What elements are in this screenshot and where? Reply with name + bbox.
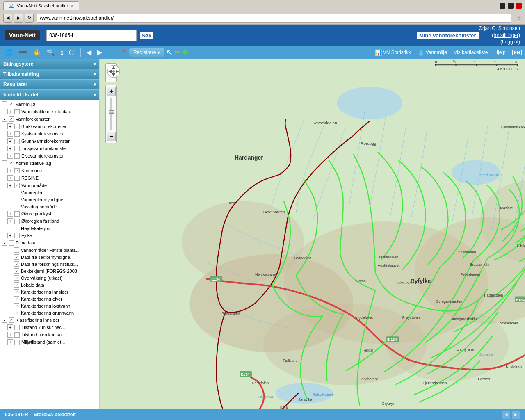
tree-checkbox[interactable] [14,226,19,231]
tree-checkbox[interactable] [14,325,20,330]
clear-search-button[interactable]: Avgrens søk [156,32,183,38]
tree-checkbox[interactable] [14,176,20,181]
tree-checkbox[interactable] [14,303,19,308]
tree-toggle[interactable]: + [7,332,13,338]
tree-toggle[interactable]: - [2,160,7,166]
tree-toggle[interactable]: - [2,317,7,323]
registrere-button[interactable]: Registrere ▾ [129,48,164,57]
tree-item[interactable]: Data fra sektormyndighe... [0,253,99,260]
tree-checkbox[interactable] [14,197,19,202]
tree-item[interactable]: Bekkekjemi (FOREGS 2008... [0,267,99,274]
tree-item[interactable]: +Miljøtilstand (samlet... [0,338,99,346]
tree-item[interactable]: +Tilstand uten kun su... [0,331,99,338]
tree-checkbox[interactable] [14,261,19,267]
tree-item[interactable]: Karakterisering elver [0,295,99,302]
address-bar[interactable] [37,14,511,23]
info-icon[interactable]: ℹ [59,48,65,57]
scroll-left-button[interactable]: ◄ [502,411,510,419]
globe-icon[interactable]: 🌐 [3,48,15,57]
user-settings-link[interactable]: (Innstillinger) [479,32,520,39]
tree-toggle[interactable]: + [7,153,13,159]
sidebar-header-innhold[interactable]: Innhold i kartet ▾ [0,90,99,100]
tree-item[interactable]: +Vannområde [0,182,99,189]
tree-item[interactable]: -Temadata [0,239,99,247]
tree-checkbox[interactable] [14,211,20,217]
tree-checkbox[interactable] [14,131,20,137]
layer-icon[interactable]: ⬡ [67,48,76,57]
tree-item[interactable]: Karakterisering kystvann [0,302,99,309]
tree-checkbox[interactable] [14,254,19,260]
tab-close-button[interactable]: ✕ [71,4,74,8]
tree-checkbox[interactable] [9,240,14,246]
tree-toggle[interactable]: + [7,233,13,238]
zoom-in-button[interactable]: + [107,87,116,96]
tree-checkbox[interactable] [9,161,14,166]
tree-toggle[interactable]: + [7,146,13,151]
tree-checkbox[interactable] [14,204,19,209]
tree-item[interactable]: -Vannforekomster [0,115,99,123]
mine-vannforekomster-link[interactable]: Mine vannforekomster [417,32,479,39]
pan-control[interactable] [105,63,117,82]
scroll-right-button[interactable]: ► [512,411,520,419]
tree-checkbox[interactable] [14,139,20,144]
forward-nav-icon[interactable]: ▶ [96,48,104,57]
tree-item[interactable]: Karakterisering grunnvann [0,309,99,316]
tree-toggle[interactable]: + [7,218,13,224]
tree-checkbox[interactable] [14,332,20,338]
tree-checkbox[interactable] [14,124,20,129]
tree-item[interactable]: +Fylke [0,232,99,239]
tree-item[interactable]: +Kystvannforekomster [0,130,99,137]
hjelp-link[interactable]: Hjelp [494,50,505,55]
tree-toggle[interactable]: + [7,339,13,345]
tree-item[interactable]: Data fra forskningsinstituts... [0,260,99,267]
tree-checkbox[interactable] [14,146,20,151]
tree-item[interactable]: +REGINE [0,174,99,182]
tree-toggle[interactable]: - [2,101,7,107]
tree-checkbox[interactable] [9,317,14,323]
tree-checkbox[interactable] [14,219,20,224]
tree-item[interactable]: +Vannlokaliteter siste data [0,108,99,115]
zoom-slider-track[interactable] [110,98,112,130]
maximize-button[interactable] [508,3,514,9]
tree-checkbox[interactable] [14,109,20,114]
tree-checkbox[interactable] [14,268,19,274]
map-container[interactable]: Hardanger Ryfylke Revseiddalen Rørseggi … [100,59,525,409]
back-nav-icon[interactable]: ◀ [85,48,93,57]
language-flag[interactable]: EN [512,50,522,55]
tree-item[interactable]: Lokale data [0,281,99,288]
tree-checkbox[interactable] [14,168,20,173]
tree-checkbox[interactable] [9,116,14,122]
search-button[interactable]: Søk [140,32,153,39]
refresh-button[interactable]: ↻ [25,14,34,23]
tree-item[interactable]: +Innsjøvannforekomster [0,145,99,152]
bookmark-icon[interactable]: ☆ [516,15,522,21]
zoom-in-icon[interactable]: 🔍 [45,48,57,57]
tree-checkbox[interactable] [14,247,19,253]
tree-item[interactable]: +Brakkvannforekomster [0,123,99,130]
zoom-out-icon[interactable]: ➖ [17,48,29,57]
tree-item[interactable]: Vannregionmyndighet [0,196,99,203]
tree-toggle[interactable]: + [7,131,13,137]
tree-item[interactable]: -Klassifisering innsjøer [0,316,99,324]
tree-item[interactable]: Overvåkning (utkast) [0,274,99,281]
back-button[interactable]: ◀ [3,14,12,23]
tree-item[interactable]: Vannområder Første planfa... [0,247,99,253]
tree-toggle[interactable]: + [7,123,13,129]
tree-checkbox[interactable] [14,282,19,288]
zoom-slider-thumb[interactable] [109,110,114,114]
tree-item[interactable]: Karakterisering innsjøer [0,288,99,295]
search-input[interactable] [46,30,137,41]
tree-toggle[interactable]: + [7,175,13,181]
tree-item[interactable]: +Økoregion kyst [0,210,99,217]
cursor-icon[interactable]: ↖ [166,48,173,57]
tree-toggle[interactable]: + [7,324,13,330]
tree-item[interactable]: +Elvevannforekomster [0,152,99,160]
plus-icon[interactable]: ✚ [182,48,189,57]
zoom-out-button[interactable]: − [107,132,116,141]
tree-item[interactable]: -Administrative lag [0,160,99,167]
kartlagsliste-link[interactable]: Vis kartlagsliste [454,50,488,55]
vn-statistikk-link[interactable]: 📊 VN Statistikk [375,49,411,56]
sidebar-header-resultater[interactable]: Resultater ▾ [0,80,99,89]
tree-toggle[interactable]: + [7,183,13,188]
tree-item[interactable]: -Vannmiljø [0,100,99,108]
